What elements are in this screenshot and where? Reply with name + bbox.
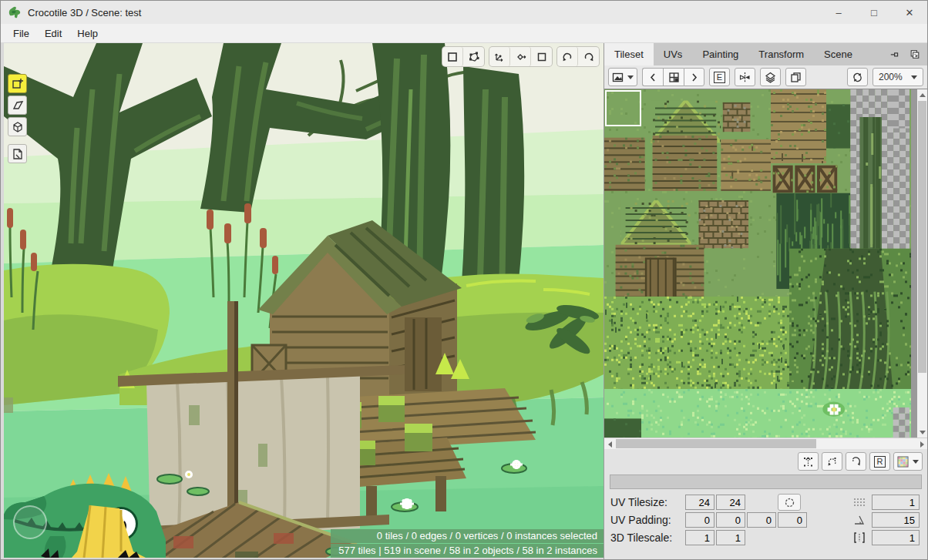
zoom-level-value: 200% [879, 72, 903, 82]
angle-snap-icon [850, 514, 869, 526]
uv-tilesize-label: UV Tilesize: [610, 496, 685, 508]
page-tool-button[interactable] [8, 144, 27, 163]
tilescale-x-input[interactable] [685, 530, 714, 545]
selection-status: 0 tiles / 0 edges / 0 vertices / 0 insta… [331, 529, 604, 543]
select-rect-button[interactable] [442, 47, 463, 66]
uv-padding-1-input[interactable] [685, 512, 714, 528]
flip-vertical-button[interactable] [798, 452, 819, 471]
rotate-cw-icon [850, 456, 862, 468]
reset-letter: R [874, 456, 886, 468]
scale-rect-icon [536, 51, 548, 63]
grid-snap-input[interactable] [872, 495, 920, 510]
select-vertices-icon [468, 51, 480, 63]
close-button[interactable]: ✕ [892, 1, 927, 24]
maximize-button[interactable]: □ [856, 1, 892, 24]
chevron-left-icon [647, 72, 659, 83]
redo-icon [583, 51, 595, 63]
hscroll-thumb[interactable] [616, 439, 816, 448]
duplicate-icon [790, 72, 802, 83]
redo-button[interactable] [578, 47, 599, 66]
edit-letter: E [714, 72, 725, 83]
rotate-cw-button[interactable] [846, 452, 866, 471]
uv-tilesize-x-input[interactable] [685, 495, 714, 510]
tilescale-label: 3D Tilescale: [610, 531, 685, 544]
pin-panel-button[interactable] [886, 46, 904, 63]
face-tool-button[interactable] [8, 96, 27, 115]
tile-plus-icon [12, 78, 24, 90]
tileset-grid-button[interactable] [663, 68, 684, 86]
viewport-wrap: 0 tiles / 0 edges / 0 vertices / 0 insta… [1, 43, 604, 559]
window-controls: – □ ✕ [821, 1, 927, 24]
uv-padding-2-input[interactable] [716, 512, 745, 528]
tab-transform[interactable]: Transform [748, 43, 814, 65]
scale-tool-button[interactable] [531, 47, 552, 66]
tileset-image-select-button[interactable] [608, 68, 637, 86]
select-vertices-button[interactable] [463, 47, 484, 66]
menu-file[interactable]: File [5, 25, 37, 42]
tool-palette [8, 74, 27, 163]
duplicate-button[interactable] [785, 68, 806, 86]
zoom-level-select[interactable]: 200% [873, 68, 923, 86]
status-overlay: 0 tiles / 0 edges / 0 vertices / 0 insta… [331, 528, 604, 558]
image-icon [612, 72, 624, 83]
move-tool-button[interactable] [489, 47, 510, 66]
flip-tile-button[interactable] [735, 68, 755, 86]
pivot-move-button[interactable] [510, 47, 531, 66]
minimize-button[interactable]: – [821, 1, 856, 24]
chevron-right-icon [688, 72, 700, 83]
tilescale-y-input[interactable] [716, 530, 745, 545]
menu-bar: File Edit Help [1, 24, 927, 43]
refresh-icon [852, 72, 863, 83]
grid-dots-icon [850, 496, 869, 508]
prev-tileset-button[interactable] [642, 68, 663, 86]
menu-edit[interactable]: Edit [37, 25, 69, 42]
tileset-image[interactable] [604, 89, 911, 438]
tab-tileset[interactable]: Tileset [604, 43, 654, 65]
app-window: Crocotile 3D / Scene: test – □ ✕ File Ed… [0, 0, 928, 560]
next-tileset-button[interactable] [684, 68, 704, 86]
edit-tileset-button[interactable]: E [709, 68, 730, 86]
menu-help[interactable]: Help [69, 25, 106, 42]
uv-tilesize-link-button[interactable] [778, 494, 801, 511]
scroll-left-button[interactable] [604, 438, 615, 450]
tab-painting[interactable]: Painting [692, 43, 748, 65]
viewport-toolbar [442, 47, 599, 66]
panel-tabs: Tileset UVs Painting Transform Scene [604, 43, 927, 65]
move-icon [493, 51, 506, 63]
viewport-nav-widget[interactable] [13, 505, 47, 539]
scroll-down-button[interactable] [917, 427, 927, 438]
uv-properties: UV Tilesize: UV Padding: 3D Tilescale: [610, 494, 835, 559]
tile-color-grid-button[interactable] [893, 452, 923, 471]
rotate-ccw-button[interactable] [822, 452, 842, 471]
pin-icon [890, 49, 899, 60]
add-tile-tool-button[interactable] [8, 74, 27, 93]
tileset-horizontal-scrollbar[interactable] [604, 438, 927, 449]
extrude-snap-input[interactable] [872, 530, 920, 545]
reset-rotation-button[interactable]: R [869, 452, 890, 471]
cube-tool-button[interactable] [8, 117, 27, 136]
angle-snap-input[interactable] [872, 512, 920, 528]
viewport-scene [4, 43, 604, 558]
uv-tilesize-y-input[interactable] [716, 495, 745, 510]
uv-padding-3-input[interactable] [747, 512, 776, 528]
tab-scene[interactable]: Scene [814, 43, 862, 65]
scroll-right-button[interactable] [916, 438, 927, 450]
window-title: Crocotile 3D / Scene: test [28, 7, 821, 18]
layers-button[interactable] [760, 68, 781, 86]
popout-panel-button[interactable] [906, 46, 924, 63]
viewport-3d[interactable]: 0 tiles / 0 edges / 0 vertices / 0 insta… [4, 43, 604, 558]
tileset-note-bar[interactable] [610, 474, 922, 489]
extrude-icon [850, 531, 869, 544]
vscroll-thumb[interactable] [918, 101, 926, 373]
tab-uvs[interactable]: UVs [654, 43, 693, 65]
undo-button[interactable] [557, 47, 578, 66]
tile-transform-row: R [604, 449, 927, 474]
refresh-tileset-button[interactable] [847, 68, 868, 86]
uv-padding-4-input[interactable] [778, 512, 807, 528]
tileset-view[interactable] [604, 89, 927, 438]
scroll-up-button[interactable] [917, 89, 927, 100]
tileset-vertical-scrollbar[interactable] [917, 89, 927, 438]
scene-counts-status: 577 tiles | 519 in scene / 58 in 2 objec… [331, 544, 604, 558]
pivot-diamond-icon [514, 51, 526, 63]
chevron-down-icon [911, 75, 917, 79]
